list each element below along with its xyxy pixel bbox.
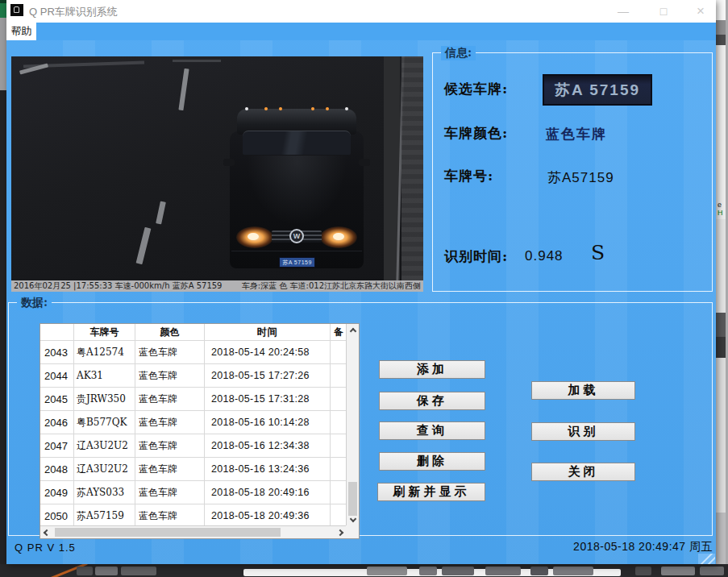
cell-note — [331, 388, 347, 410]
cell-note — [331, 364, 347, 387]
cell-plate: 苏AYS033 — [74, 481, 135, 504]
app-window: Q PR车牌识别系统 — □ × 帮助 — [6, 0, 716, 564]
table-row[interactable]: 2046 粤B577QK 蓝色车牌 2018-05-16 10:14:28 — [40, 410, 347, 434]
desktop-left-edge — [0, 0, 6, 577]
table-row[interactable]: 2045 贵JRW350 蓝色车牌 2018-05-15 17:31:28 — [40, 387, 347, 410]
cell-note — [331, 434, 347, 457]
cell-color: 蓝色车牌 — [135, 388, 205, 410]
table-row[interactable]: 2050 苏A57159 蓝色车牌 2018-05-18 20:49:36 — [40, 504, 347, 526]
add-button[interactable]: 添加 — [379, 360, 485, 379]
taskbar-item[interactable] — [700, 567, 724, 575]
cell-time: 2018-05-16 12:34:38 — [205, 434, 331, 457]
cell-note — [331, 504, 347, 526]
cell-time: 2018-05-14 20:24:58 — [205, 341, 331, 363]
cell-plate: 苏A57159 — [74, 504, 135, 526]
taskbar-item[interactable] — [553, 567, 593, 575]
cell-time: 2018-05-15 17:27:26 — [205, 364, 331, 387]
taskbar-item[interactable] — [661, 567, 695, 575]
vw-logo-icon: W — [289, 229, 304, 243]
background-window-fragment — [0, 0, 6, 18]
cell-color: 蓝色车牌 — [135, 411, 205, 434]
road-photo: W 苏A 57159 — [11, 56, 423, 280]
lane-dash — [136, 227, 152, 265]
lane-dash — [156, 201, 166, 225]
scroll-left-icon[interactable] — [44, 529, 50, 536]
taskbar-item[interactable] — [419, 567, 437, 575]
cell-id: 2049 — [40, 481, 74, 504]
records-table: 车牌号 颜色 时间 备 2043 粤A12574 蓝色车牌 2018-05-14… — [40, 323, 360, 539]
taskbar-item[interactable] — [442, 567, 474, 575]
version-label: Q PR V 1.5 — [15, 542, 76, 554]
client-area: W 苏A 57159 2016年02月25 |17:55:33 车速-000km… — [6, 40, 716, 564]
cell-color: 蓝色车牌 — [135, 341, 205, 363]
header-plate: 车牌号 — [74, 324, 135, 340]
cell-plate: 粤B577QK — [74, 411, 135, 434]
close-app-button[interactable]: 关闭 — [531, 463, 635, 481]
recognition-time-unit: S — [591, 241, 605, 264]
overlay-location: 车身:深蓝 色 车道:012江苏北京东路大街以南西侧 — [242, 280, 421, 292]
cell-plate: 辽A3U2U2 — [74, 458, 135, 480]
cell-plate: 辽A3U2U2 — [74, 434, 135, 457]
taskbar-item[interactable] — [121, 567, 156, 575]
cell-color: 蓝色车牌 — [135, 434, 205, 457]
candidate-plate-label: 候选车牌: — [444, 80, 508, 98]
taskbar-item[interactable] — [367, 567, 407, 575]
vertical-scroll-thumb[interactable] — [348, 482, 357, 516]
cell-note — [331, 481, 347, 504]
cell-color: 蓝色车牌 — [135, 481, 205, 504]
windshield — [243, 131, 351, 155]
cell-plate: AK31 — [74, 364, 135, 387]
header-note: 备 — [331, 324, 347, 340]
scroll-right-icon[interactable] — [337, 529, 343, 536]
vehicle: W 苏A 57159 — [230, 109, 364, 272]
cell-time: 2018-05-16 10:14:28 — [205, 411, 331, 434]
close-button[interactable]: × — [687, 0, 714, 23]
app-icon — [10, 4, 23, 16]
menu-item-help[interactable]: 帮助 — [6, 23, 36, 40]
scroll-down-icon[interactable] — [350, 516, 356, 522]
table-row[interactable]: 2049 苏AYS033 蓝色车牌 2018-05-18 20:49:16 — [40, 480, 347, 504]
maximize-button[interactable]: □ — [650, 0, 677, 23]
delete-button[interactable]: 删除 — [379, 452, 485, 471]
taskbar-item[interactable] — [635, 567, 651, 575]
taskbar-item[interactable] — [95, 567, 118, 575]
scroll-up-icon[interactable] — [350, 328, 356, 334]
cell-id: 2047 — [40, 434, 74, 457]
cell-color: 蓝色车牌 — [135, 504, 205, 526]
vertical-scrollbar[interactable] — [346, 324, 359, 526]
cell-id: 2044 — [40, 364, 74, 387]
taskbar-item[interactable] — [77, 567, 93, 575]
table-row[interactable]: 2043 粤A12574 蓝色车牌 2018-05-14 20:24:58 — [40, 340, 347, 363]
query-button[interactable]: 查询 — [379, 421, 485, 440]
vehicle-license-plate: 苏A 57159 — [279, 257, 315, 268]
lane-dash — [178, 68, 189, 110]
plate-color-value: 蓝色车牌 — [546, 125, 607, 143]
window-title: Q PR车牌识别系统 — [29, 5, 118, 19]
taskbar-item[interactable] — [485, 567, 521, 575]
table-row[interactable]: 2044 AK31 蓝色车牌 2018-05-15 17:27:26 — [40, 363, 347, 387]
horizontal-scrollbar[interactable] — [40, 525, 347, 538]
table-row[interactable]: 2047 辽A3U2U2 蓝色车牌 2018-05-16 12:34:38 — [40, 434, 347, 457]
taskbar — [0, 564, 728, 577]
taskbar-item[interactable] — [530, 567, 548, 575]
cell-note — [331, 411, 347, 434]
cell-time: 2018-05-16 13:24:36 — [205, 458, 331, 480]
cell-color: 蓝色车牌 — [135, 458, 205, 480]
load-button[interactable]: 加载 — [531, 381, 635, 400]
minimize-button[interactable]: — — [609, 0, 637, 23]
cell-time: 2018-05-18 20:49:36 — [205, 504, 331, 526]
candidate-plate-image: 苏A 57159 — [543, 74, 652, 106]
table-row[interactable]: 2048 辽A3U2U2 蓝色车牌 2018-05-16 13:24:36 — [40, 457, 347, 480]
refresh-display-button[interactable]: 刷新并显示 — [377, 483, 485, 501]
info-groupbox: 信息: 候选车牌: 苏A 57159 车牌颜色: 蓝色车牌 车牌号: 苏A571… — [432, 52, 713, 292]
background-window-edge: e H — [716, 0, 728, 577]
resize-grip[interactable] — [698, 554, 715, 564]
save-button[interactable]: 保存 — [379, 392, 485, 410]
horizontal-scroll-thumb[interactable] — [55, 528, 281, 537]
edge-text: H — [718, 209, 723, 217]
title-bar[interactable]: Q PR车牌识别系统 — □ × — [6, 0, 716, 23]
info-groupbox-title: 信息: — [441, 46, 476, 60]
table-header: 车牌号 颜色 时间 备 — [40, 324, 347, 340]
cell-time: 2018-05-15 17:31:28 — [205, 388, 331, 410]
recognize-button[interactable]: 识别 — [531, 422, 635, 441]
